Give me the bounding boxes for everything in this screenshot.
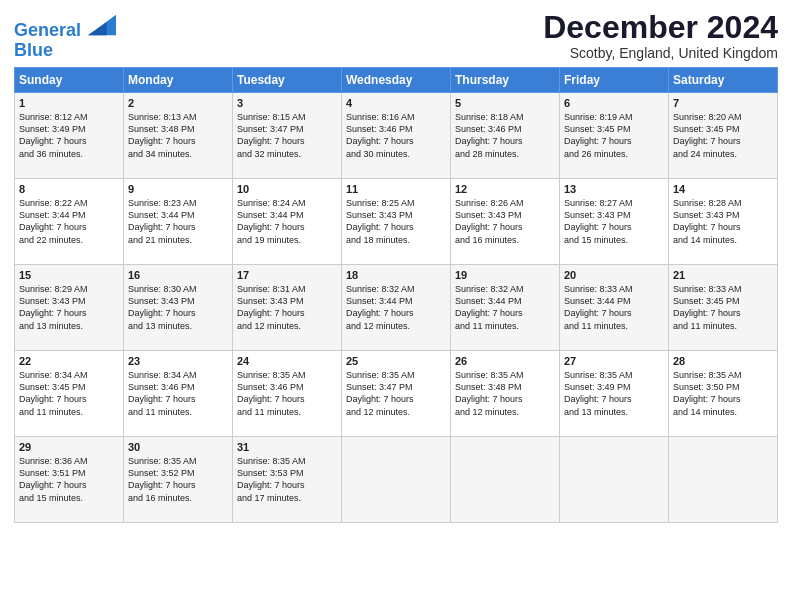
day-cell: 30Sunrise: 8:35 AM Sunset: 3:52 PM Dayli… [124, 437, 233, 523]
title-block: December 2024 Scotby, England, United Ki… [543, 10, 778, 61]
header-row: SundayMondayTuesdayWednesdayThursdayFrid… [15, 68, 778, 93]
day-cell: 6Sunrise: 8:19 AM Sunset: 3:45 PM Daylig… [560, 93, 669, 179]
day-number: 3 [237, 97, 337, 109]
day-number: 24 [237, 355, 337, 367]
day-cell [451, 437, 560, 523]
calendar-table: SundayMondayTuesdayWednesdayThursdayFrid… [14, 67, 778, 523]
day-info: Sunrise: 8:35 AM Sunset: 3:53 PM Dayligh… [237, 455, 337, 504]
day-cell: 17Sunrise: 8:31 AM Sunset: 3:43 PM Dayli… [233, 265, 342, 351]
day-number: 28 [673, 355, 773, 367]
day-number: 21 [673, 269, 773, 281]
day-number: 13 [564, 183, 664, 195]
day-cell: 25Sunrise: 8:35 AM Sunset: 3:47 PM Dayli… [342, 351, 451, 437]
day-info: Sunrise: 8:24 AM Sunset: 3:44 PM Dayligh… [237, 197, 337, 246]
logo-icon [88, 14, 116, 36]
day-info: Sunrise: 8:35 AM Sunset: 3:46 PM Dayligh… [237, 369, 337, 418]
logo: General Blue [14, 14, 116, 61]
day-info: Sunrise: 8:26 AM Sunset: 3:43 PM Dayligh… [455, 197, 555, 246]
day-info: Sunrise: 8:35 AM Sunset: 3:50 PM Dayligh… [673, 369, 773, 418]
month-title: December 2024 [543, 10, 778, 45]
day-number: 15 [19, 269, 119, 281]
day-info: Sunrise: 8:25 AM Sunset: 3:43 PM Dayligh… [346, 197, 446, 246]
week-row-5: 29Sunrise: 8:36 AM Sunset: 3:51 PM Dayli… [15, 437, 778, 523]
day-info: Sunrise: 8:34 AM Sunset: 3:45 PM Dayligh… [19, 369, 119, 418]
header: General Blue December 2024 Scotby, Engla… [14, 10, 778, 61]
location-subtitle: Scotby, England, United Kingdom [543, 45, 778, 61]
day-number: 19 [455, 269, 555, 281]
day-cell: 2Sunrise: 8:13 AM Sunset: 3:48 PM Daylig… [124, 93, 233, 179]
day-cell: 11Sunrise: 8:25 AM Sunset: 3:43 PM Dayli… [342, 179, 451, 265]
week-row-2: 8Sunrise: 8:22 AM Sunset: 3:44 PM Daylig… [15, 179, 778, 265]
week-row-3: 15Sunrise: 8:29 AM Sunset: 3:43 PM Dayli… [15, 265, 778, 351]
day-number: 16 [128, 269, 228, 281]
day-info: Sunrise: 8:18 AM Sunset: 3:46 PM Dayligh… [455, 111, 555, 160]
day-number: 30 [128, 441, 228, 453]
day-number: 25 [346, 355, 446, 367]
day-cell: 12Sunrise: 8:26 AM Sunset: 3:43 PM Dayli… [451, 179, 560, 265]
logo-blue: Blue [14, 40, 53, 60]
logo-text: General Blue [14, 14, 116, 61]
day-info: Sunrise: 8:31 AM Sunset: 3:43 PM Dayligh… [237, 283, 337, 332]
day-info: Sunrise: 8:20 AM Sunset: 3:45 PM Dayligh… [673, 111, 773, 160]
day-number: 10 [237, 183, 337, 195]
day-cell: 18Sunrise: 8:32 AM Sunset: 3:44 PM Dayli… [342, 265, 451, 351]
day-cell: 23Sunrise: 8:34 AM Sunset: 3:46 PM Dayli… [124, 351, 233, 437]
day-cell: 28Sunrise: 8:35 AM Sunset: 3:50 PM Dayli… [669, 351, 778, 437]
day-info: Sunrise: 8:22 AM Sunset: 3:44 PM Dayligh… [19, 197, 119, 246]
day-number: 20 [564, 269, 664, 281]
day-cell: 21Sunrise: 8:33 AM Sunset: 3:45 PM Dayli… [669, 265, 778, 351]
day-cell: 22Sunrise: 8:34 AM Sunset: 3:45 PM Dayli… [15, 351, 124, 437]
day-info: Sunrise: 8:32 AM Sunset: 3:44 PM Dayligh… [455, 283, 555, 332]
day-cell: 5Sunrise: 8:18 AM Sunset: 3:46 PM Daylig… [451, 93, 560, 179]
day-number: 5 [455, 97, 555, 109]
day-cell: 27Sunrise: 8:35 AM Sunset: 3:49 PM Dayli… [560, 351, 669, 437]
day-info: Sunrise: 8:27 AM Sunset: 3:43 PM Dayligh… [564, 197, 664, 246]
day-cell: 16Sunrise: 8:30 AM Sunset: 3:43 PM Dayli… [124, 265, 233, 351]
day-cell: 13Sunrise: 8:27 AM Sunset: 3:43 PM Dayli… [560, 179, 669, 265]
day-info: Sunrise: 8:34 AM Sunset: 3:46 PM Dayligh… [128, 369, 228, 418]
day-number: 17 [237, 269, 337, 281]
day-cell: 4Sunrise: 8:16 AM Sunset: 3:46 PM Daylig… [342, 93, 451, 179]
day-number: 22 [19, 355, 119, 367]
day-cell: 10Sunrise: 8:24 AM Sunset: 3:44 PM Dayli… [233, 179, 342, 265]
col-header-saturday: Saturday [669, 68, 778, 93]
day-cell: 20Sunrise: 8:33 AM Sunset: 3:44 PM Dayli… [560, 265, 669, 351]
day-info: Sunrise: 8:32 AM Sunset: 3:44 PM Dayligh… [346, 283, 446, 332]
day-number: 18 [346, 269, 446, 281]
day-cell [560, 437, 669, 523]
day-number: 31 [237, 441, 337, 453]
day-number: 7 [673, 97, 773, 109]
day-cell [342, 437, 451, 523]
week-row-1: 1Sunrise: 8:12 AM Sunset: 3:49 PM Daylig… [15, 93, 778, 179]
day-number: 11 [346, 183, 446, 195]
col-header-monday: Monday [124, 68, 233, 93]
day-number: 12 [455, 183, 555, 195]
page-container: General Blue December 2024 Scotby, Engla… [0, 0, 792, 533]
col-header-sunday: Sunday [15, 68, 124, 93]
day-cell: 3Sunrise: 8:15 AM Sunset: 3:47 PM Daylig… [233, 93, 342, 179]
day-info: Sunrise: 8:29 AM Sunset: 3:43 PM Dayligh… [19, 283, 119, 332]
logo-general: General [14, 20, 81, 40]
day-info: Sunrise: 8:19 AM Sunset: 3:45 PM Dayligh… [564, 111, 664, 160]
col-header-tuesday: Tuesday [233, 68, 342, 93]
day-info: Sunrise: 8:35 AM Sunset: 3:47 PM Dayligh… [346, 369, 446, 418]
day-info: Sunrise: 8:16 AM Sunset: 3:46 PM Dayligh… [346, 111, 446, 160]
day-cell: 1Sunrise: 8:12 AM Sunset: 3:49 PM Daylig… [15, 93, 124, 179]
day-number: 2 [128, 97, 228, 109]
day-number: 1 [19, 97, 119, 109]
day-info: Sunrise: 8:33 AM Sunset: 3:45 PM Dayligh… [673, 283, 773, 332]
day-cell: 8Sunrise: 8:22 AM Sunset: 3:44 PM Daylig… [15, 179, 124, 265]
day-info: Sunrise: 8:35 AM Sunset: 3:52 PM Dayligh… [128, 455, 228, 504]
day-info: Sunrise: 8:12 AM Sunset: 3:49 PM Dayligh… [19, 111, 119, 160]
day-cell: 24Sunrise: 8:35 AM Sunset: 3:46 PM Dayli… [233, 351, 342, 437]
day-number: 14 [673, 183, 773, 195]
day-info: Sunrise: 8:15 AM Sunset: 3:47 PM Dayligh… [237, 111, 337, 160]
day-info: Sunrise: 8:13 AM Sunset: 3:48 PM Dayligh… [128, 111, 228, 160]
day-info: Sunrise: 8:33 AM Sunset: 3:44 PM Dayligh… [564, 283, 664, 332]
day-cell: 14Sunrise: 8:28 AM Sunset: 3:43 PM Dayli… [669, 179, 778, 265]
day-info: Sunrise: 8:23 AM Sunset: 3:44 PM Dayligh… [128, 197, 228, 246]
day-number: 26 [455, 355, 555, 367]
week-row-4: 22Sunrise: 8:34 AM Sunset: 3:45 PM Dayli… [15, 351, 778, 437]
day-number: 23 [128, 355, 228, 367]
day-cell: 19Sunrise: 8:32 AM Sunset: 3:44 PM Dayli… [451, 265, 560, 351]
